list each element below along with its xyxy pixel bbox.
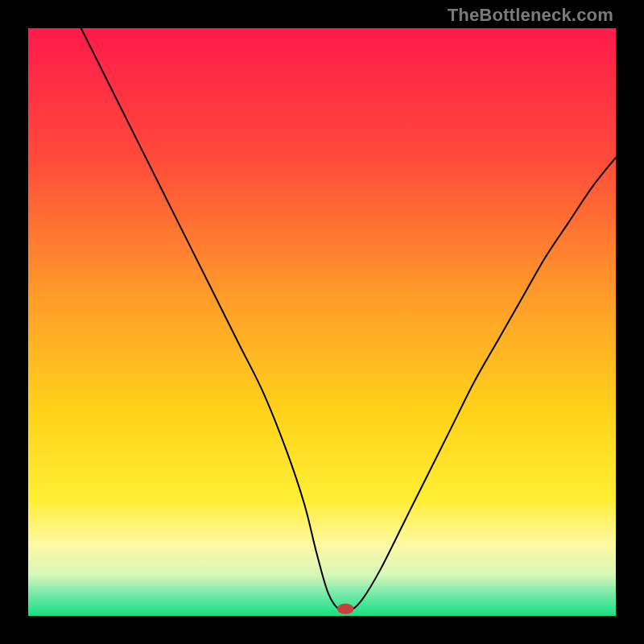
plot-area — [28, 28, 616, 616]
chart-svg — [28, 28, 616, 616]
gradient-background — [28, 28, 616, 616]
chart-frame: TheBottleneck.com — [0, 0, 644, 644]
watermark-text: TheBottleneck.com — [448, 5, 613, 26]
optimal-marker — [337, 604, 353, 614]
